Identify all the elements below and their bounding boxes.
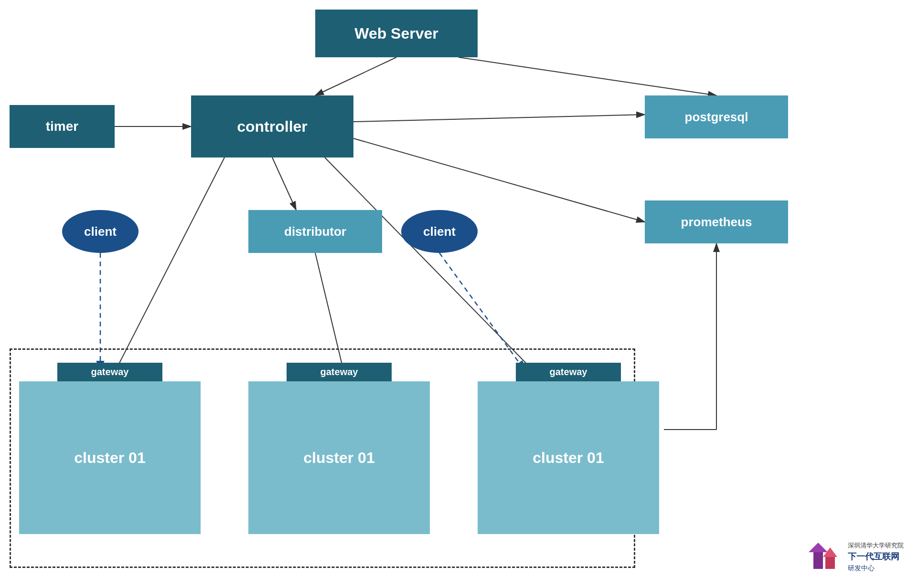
client1-node: client — [62, 210, 139, 253]
cluster1-body: cluster 01 — [19, 381, 201, 534]
distributor-label: distributor — [284, 224, 346, 239]
cluster2-body-label: cluster 01 — [303, 449, 374, 467]
client2-label: client — [423, 224, 456, 239]
cluster3-body-label: cluster 01 — [533, 449, 604, 467]
prometheus-label: prometheus — [681, 215, 752, 230]
logo-line3: 研发中心 — [848, 563, 904, 573]
svg-line-3 — [459, 57, 716, 95]
cluster2-gateway-tab: gateway — [287, 363, 392, 381]
cluster2-tab-label: gateway — [320, 367, 358, 377]
svg-line-8 — [115, 158, 224, 372]
logo-line1: 深圳清华大学研究院 — [848, 541, 904, 550]
svg-marker-17 — [809, 543, 828, 552]
webserver-node: Web Server — [315, 10, 478, 57]
logo-icon — [809, 540, 842, 574]
svg-line-5 — [353, 115, 645, 122]
svg-rect-15 — [813, 552, 823, 569]
logo-line2: 下一代互联网 — [848, 550, 904, 563]
cluster3-group: gateway cluster 01 — [478, 363, 659, 534]
cluster3-tab-label: gateway — [550, 367, 587, 377]
svg-line-2 — [315, 57, 396, 95]
cluster1-tab-label: gateway — [91, 367, 129, 377]
logo-text: 深圳清华大学研究院 下一代互联网 研发中心 — [848, 541, 904, 573]
postgresql-label: postgresql — [685, 110, 748, 125]
cluster1-group: gateway cluster 01 — [19, 363, 201, 534]
timer-label: timer — [46, 119, 78, 134]
webserver-label: Web Server — [354, 25, 438, 42]
cluster1-body-label: cluster 01 — [74, 449, 145, 467]
svg-rect-16 — [825, 557, 835, 569]
cluster2-group: gateway cluster 01 — [248, 363, 430, 534]
controller-label: controller — [237, 118, 308, 136]
svg-line-9 — [325, 158, 535, 372]
controller-node: controller — [191, 95, 353, 158]
postgresql-node: postgresql — [645, 95, 788, 138]
client1-label: client — [84, 224, 117, 239]
client2-node: client — [401, 210, 478, 253]
timer-node: timer — [10, 105, 115, 148]
cluster3-body: cluster 01 — [478, 381, 659, 534]
svg-line-6 — [353, 138, 645, 222]
diagram-container: Web Server timer controller postgresql p… — [0, 0, 918, 588]
logo-area: 深圳清华大学研究院 下一代互联网 研发中心 — [809, 540, 904, 574]
cluster3-gateway-tab: gateway — [516, 363, 621, 381]
svg-line-7 — [272, 158, 296, 210]
cluster1-gateway-tab: gateway — [57, 363, 162, 381]
cluster2-body: cluster 01 — [248, 381, 430, 534]
prometheus-node: prometheus — [645, 200, 788, 243]
distributor-node: distributor — [248, 210, 382, 253]
